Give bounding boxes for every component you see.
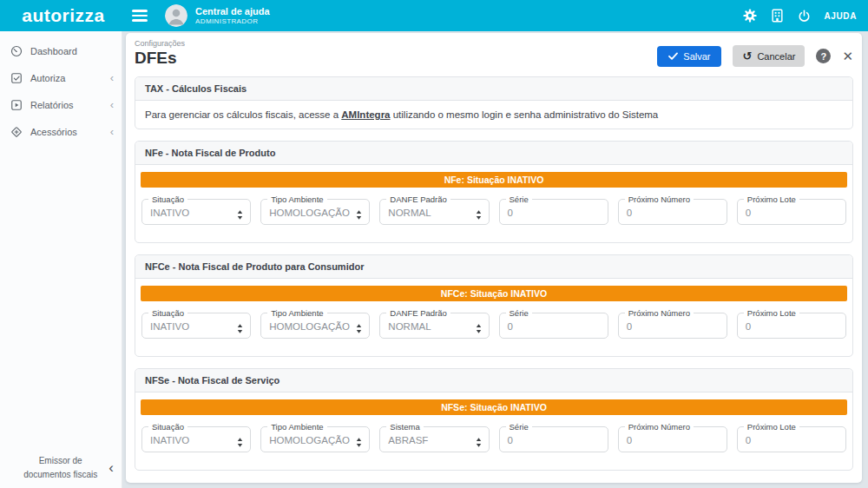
select-arrows-icon	[476, 208, 482, 223]
select-arrows-icon	[356, 435, 362, 451]
select-arrows-icon	[237, 435, 243, 451]
field-label: Série	[506, 422, 532, 432]
user-block[interactable]: Central de ajuda ADMINISTRADOR	[195, 6, 270, 26]
nfse-proximo-numero-input[interactable]: Próximo Número0	[618, 426, 727, 452]
gear-icon[interactable]	[743, 9, 757, 23]
nfse-situacao-select[interactable]: SituaçãoINATIVO	[141, 426, 251, 452]
nfce-serie-input[interactable]: Série0	[499, 313, 608, 339]
nfe-serie-input[interactable]: Série0	[499, 199, 608, 225]
select-arrows-icon	[476, 321, 482, 337]
dashboard-gauge-icon	[10, 45, 23, 57]
nfe-proximo-numero-input[interactable]: Próximo Número0	[618, 199, 727, 225]
sidebar-item-label: Autoriza	[30, 73, 65, 83]
nfce-section: NFCe - Nota Fiscal de Produto para Consu…	[135, 254, 853, 357]
select-arrows-icon	[237, 321, 243, 337]
sidebar-item-autoriza[interactable]: Autoriza‹	[0, 64, 122, 91]
nfe-fields-row: SituaçãoINATIVOTipo AmbienteHOMOLOGAÇÃOD…	[141, 199, 847, 225]
sidebar-item-acessorios[interactable]: Acessórios‹	[0, 118, 122, 145]
nfse-proximo-lote-input[interactable]: Próximo Lote0	[737, 426, 846, 452]
topbar: autorizza Central de ajuda ADMINISTRADOR	[0, 0, 868, 31]
cancel-button[interactable]: ↺ Cancelar	[733, 45, 805, 67]
header-actions: Salvar ↺ Cancelar ? ✕	[657, 45, 853, 67]
field-label: Série	[506, 308, 532, 318]
power-icon[interactable]	[798, 10, 811, 23]
nfce-fields-row: SituaçãoINATIVOTipo AmbienteHOMOLOGAÇÃOD…	[141, 313, 847, 339]
sidebar-footer[interactable]: Emissor de documentos fiscais ‹	[0, 454, 122, 481]
content-card: Configurações DFEs Salvar ↺ Cancelar ?	[126, 33, 862, 483]
field-label: Próximo Lote	[744, 422, 799, 432]
field-label: Série	[506, 195, 532, 204]
chevron-left-icon: ‹	[110, 126, 114, 137]
tax-section-text: Para gerenciar os cálculos fiscais, aces…	[135, 101, 852, 129]
nfse-sistema-select[interactable]: SistemaABRASF	[379, 426, 489, 452]
ajuda-link[interactable]: AJUDA	[825, 11, 857, 21]
sidebar-item-label: Dashboard	[30, 46, 77, 56]
app-logo: autorizza	[0, 5, 127, 26]
nfce-situacao-select[interactable]: SituaçãoINATIVO	[141, 313, 251, 339]
field-label: Tipo Ambiente	[267, 308, 326, 318]
select-arrows-icon	[476, 435, 482, 451]
select-arrows-icon	[356, 321, 362, 337]
card-header: Configurações DFEs Salvar ↺ Cancelar ?	[133, 37, 855, 68]
save-button[interactable]: Salvar	[657, 46, 721, 67]
field-label: Próximo Número	[625, 308, 694, 318]
autoriza-checkbox-icon	[10, 72, 23, 84]
select-arrows-icon	[237, 208, 243, 223]
nfce-tipo-ambiente-select[interactable]: Tipo AmbienteHOMOLOGAÇÃO	[260, 313, 370, 339]
field-label: DANFE Padrão	[386, 195, 450, 204]
nfce-status-banner: NFCe: Situação INATIVO	[141, 286, 847, 301]
nfe-section-body: NFe: Situação INATIVOSituaçãoINATIVOTipo…	[135, 165, 852, 242]
nfse-section-title: NFSe - Nota Fiscal de Serviço	[135, 369, 852, 392]
chevron-left-icon: ‹	[110, 99, 114, 110]
nfe-tipo-ambiente-select[interactable]: Tipo AmbienteHOMOLOGAÇÃO	[260, 199, 370, 225]
user-role: ADMINISTRADOR	[195, 17, 270, 26]
close-icon[interactable]: ✕	[842, 49, 853, 63]
nfce-proximo-lote-input[interactable]: Próximo Lote0	[737, 313, 846, 339]
undo-icon: ↺	[742, 50, 752, 62]
amintegra-link[interactable]: AMIntegra	[341, 109, 390, 120]
page-title: DFEs	[135, 49, 185, 68]
nfse-fields-row: SituaçãoINATIVOTipo AmbienteHOMOLOGAÇÃOS…	[141, 426, 847, 452]
field-label: Situação	[148, 195, 187, 204]
building-icon[interactable]	[771, 9, 784, 23]
nfe-status-banner: NFe: Situação INATIVO	[141, 172, 847, 188]
main-area: Configurações DFEs Salvar ↺ Cancelar ?	[122, 31, 868, 488]
field-label: Próximo Lote	[744, 195, 799, 204]
nfe-danfe-padrao-select[interactable]: DANFE PadrãoNORMAL	[379, 199, 489, 225]
nfce-section-body: NFCe: Situação INATIVOSituaçãoINATIVOTip…	[135, 279, 852, 356]
nfce-section-title: NFCe - Nota Fiscal de Produto para Consu…	[135, 255, 852, 279]
nfe-section-title: NFe - Nota Fiscal de Produto	[135, 142, 852, 165]
nfe-situacao-select[interactable]: SituaçãoINATIVO	[141, 199, 251, 225]
avatar[interactable]	[165, 4, 187, 27]
sidebar-item-dashboard[interactable]: Dashboard	[0, 37, 122, 64]
field-label: Próximo Número	[625, 195, 694, 204]
tax-section: TAX - Cálculos Fiscais Para gerenciar os…	[135, 76, 853, 129]
title-block: Configurações DFEs	[135, 39, 185, 68]
help-icon[interactable]: ?	[816, 49, 831, 63]
nfse-section: NFSe - Nota Fiscal de ServiçoNFSe: Situa…	[135, 368, 853, 471]
sidebar-item-label: Acessórios	[30, 127, 77, 137]
nfce-proximo-numero-input[interactable]: Próximo Número0	[618, 313, 727, 339]
breadcrumb: Configurações	[135, 39, 185, 48]
menu-icon[interactable]	[132, 10, 148, 21]
tax-section-title: TAX - Cálculos Fiscais	[135, 77, 852, 101]
nfce-danfe-padrao-select[interactable]: DANFE PadrãoNORMAL	[379, 313, 489, 339]
layout: DashboardAutoriza‹Relatórios‹Acessórios‹…	[0, 31, 868, 488]
chevron-left-icon: ‹	[110, 72, 114, 83]
nfse-section-body: NFSe: Situação INATIVOSituaçãoINATIVOTip…	[135, 392, 852, 470]
reports-play-icon	[10, 99, 23, 111]
nfse-tipo-ambiente-select[interactable]: Tipo AmbienteHOMOLOGAÇÃO	[260, 426, 370, 452]
select-arrows-icon	[356, 208, 362, 223]
field-label: Sistema	[386, 422, 423, 432]
collapse-sidebar-icon[interactable]: ‹	[108, 459, 114, 477]
field-label: Próximo Número	[625, 422, 694, 432]
sidebar-item-relatorios[interactable]: Relatórios‹	[0, 91, 122, 118]
check-icon	[668, 52, 678, 60]
field-label: Situação	[148, 308, 187, 318]
nfse-status-banner: NFSe: Situação INATIVO	[141, 399, 847, 415]
field-label: Tipo Ambiente	[267, 195, 326, 204]
field-label: Situação	[148, 422, 187, 432]
user-name: Central de ajuda	[195, 6, 270, 17]
nfse-serie-input[interactable]: Série0	[499, 426, 608, 452]
nfe-proximo-lote-input[interactable]: Próximo Lote0	[737, 199, 846, 225]
